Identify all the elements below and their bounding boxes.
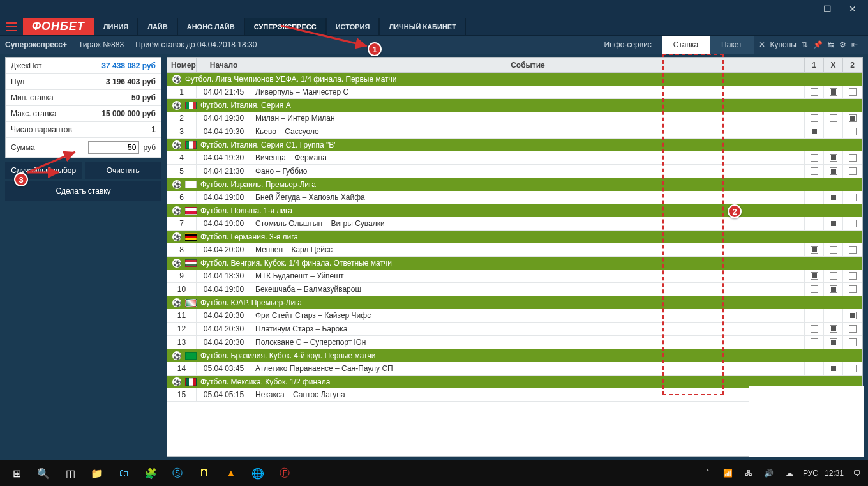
checkbox-x[interactable] xyxy=(830,88,837,96)
pick-cell-1[interactable] xyxy=(805,323,824,335)
menu-item-3[interactable]: СУПЕРЭКСПРЕСС xyxy=(244,18,326,35)
th-2[interactable]: 2 xyxy=(843,58,862,72)
taskview-icon[interactable]: ◫ xyxy=(57,460,83,486)
menu-item-4[interactable]: ИСТОРИЯ xyxy=(326,18,380,35)
checkbox-1[interactable] xyxy=(811,246,818,254)
checkbox-1[interactable] xyxy=(811,114,818,122)
pick-cell-x[interactable] xyxy=(824,283,843,296)
pick-cell-2[interactable] xyxy=(843,336,862,349)
menu-item-0[interactable]: ЛИНИЯ xyxy=(94,18,138,35)
pick-cell-2[interactable] xyxy=(843,243,862,256)
pick-cell-1[interactable] xyxy=(805,125,824,138)
checkbox-1[interactable] xyxy=(811,220,818,227)
pick-cell-2[interactable] xyxy=(843,86,862,98)
checkbox-2[interactable] xyxy=(849,114,857,122)
pick-cell-x[interactable] xyxy=(824,151,843,164)
checkbox-2[interactable] xyxy=(849,246,857,254)
checkbox-x[interactable] xyxy=(830,365,837,372)
checkbox-1[interactable] xyxy=(811,365,818,372)
pick-cell-1[interactable] xyxy=(805,151,824,164)
pick-cell-2[interactable] xyxy=(843,112,862,125)
pick-cell-1[interactable] xyxy=(805,165,824,178)
pick-cell-x[interactable] xyxy=(824,191,843,204)
pick-cell-x[interactable] xyxy=(824,309,843,322)
swap-icon[interactable]: ↹ xyxy=(828,40,834,49)
checkbox-2[interactable] xyxy=(849,325,857,333)
chrome-icon[interactable]: 🌐 xyxy=(245,460,271,486)
pick-cell-1[interactable] xyxy=(805,270,824,282)
pick-cell-2[interactable] xyxy=(843,125,862,138)
pick-cell-x[interactable] xyxy=(824,270,843,282)
start-button[interactable]: ⊞ xyxy=(4,460,29,486)
checkbox-2[interactable] xyxy=(849,220,857,227)
checkbox-x[interactable] xyxy=(830,312,837,319)
pick-cell-2[interactable] xyxy=(843,362,862,375)
app-icon-1[interactable]: 🗂 xyxy=(111,460,137,486)
pick-cell-2[interactable] xyxy=(843,151,862,164)
pick-cell-2[interactable] xyxy=(843,165,862,178)
random-pick-button[interactable]: Случайный выбор xyxy=(5,162,82,179)
checkbox-1[interactable] xyxy=(811,338,818,346)
checkbox-x[interactable] xyxy=(830,194,837,201)
pick-cell-x[interactable] xyxy=(824,125,843,138)
checkbox-x[interactable] xyxy=(830,246,837,254)
pick-cell-2[interactable] xyxy=(843,283,862,296)
pick-cell-2[interactable] xyxy=(843,191,862,204)
checkbox-x[interactable] xyxy=(830,167,837,175)
sort-icon[interactable]: ⇅ xyxy=(802,40,808,49)
pick-cell-x[interactable] xyxy=(824,243,843,256)
tray-up-icon[interactable]: ˄ xyxy=(701,469,715,478)
pin-icon[interactable]: 📌 xyxy=(813,40,823,49)
maximize-button[interactable]: ☐ xyxy=(814,3,840,15)
pick-cell-x[interactable] xyxy=(824,362,843,375)
menu-item-1[interactable]: ЛАЙВ xyxy=(138,18,177,35)
tray-cloud-icon[interactable]: ☁ xyxy=(782,469,797,478)
checkbox-2[interactable] xyxy=(849,312,857,319)
minimize-button[interactable]: — xyxy=(789,3,814,15)
checkbox-2[interactable] xyxy=(849,128,857,135)
checkbox-x[interactable] xyxy=(830,220,837,227)
pick-cell-2[interactable] xyxy=(843,270,862,282)
pick-cell-2[interactable] xyxy=(843,217,862,230)
fonbet-icon[interactable]: Ⓕ xyxy=(272,460,297,486)
tray-clock[interactable]: 12:31 xyxy=(825,469,844,478)
pick-cell-1[interactable] xyxy=(805,309,824,322)
checkbox-x[interactable] xyxy=(830,285,837,293)
checkbox-2[interactable] xyxy=(849,338,857,346)
checkbox-1[interactable] xyxy=(811,312,818,319)
app-icon-2[interactable]: 🧩 xyxy=(138,460,163,486)
hamburger-menu-button[interactable] xyxy=(0,18,23,35)
checkbox-2[interactable] xyxy=(849,272,857,280)
gear-icon[interactable]: ⚙ xyxy=(839,40,846,49)
pick-cell-1[interactable] xyxy=(805,191,824,204)
vlc-icon[interactable]: ▲ xyxy=(218,460,244,486)
search-icon[interactable]: 🔍 xyxy=(31,460,56,486)
tray-volume-icon[interactable]: 🔊 xyxy=(762,469,776,478)
pick-cell-x[interactable] xyxy=(824,323,843,335)
amount-input[interactable] xyxy=(88,141,139,154)
checkbox-2[interactable] xyxy=(849,285,857,293)
place-bet-button[interactable]: Сделать ставку xyxy=(5,181,161,201)
checkbox-2[interactable] xyxy=(849,167,857,175)
pick-cell-1[interactable] xyxy=(805,283,824,296)
checkbox-1[interactable] xyxy=(811,194,818,201)
pick-cell-1[interactable] xyxy=(805,112,824,125)
checkbox-x[interactable] xyxy=(830,128,837,135)
checkbox-2[interactable] xyxy=(849,365,857,372)
checkbox-1[interactable] xyxy=(811,88,818,96)
sub-tab-1[interactable]: Пакет xyxy=(710,36,753,54)
pick-cell-x[interactable] xyxy=(824,217,843,230)
checkbox-1[interactable] xyxy=(811,167,818,175)
explorer-icon[interactable]: 📁 xyxy=(84,460,110,486)
notepad-icon[interactable]: 🗒 xyxy=(191,460,217,486)
checkbox-x[interactable] xyxy=(830,114,837,122)
menu-item-5[interactable]: ЛИЧНЫЙ КАБИНЕТ xyxy=(379,18,466,35)
pick-cell-2[interactable] xyxy=(843,323,862,335)
tray-notifications-icon[interactable]: 🗨 xyxy=(850,469,864,478)
pick-cell-2[interactable] xyxy=(843,309,862,322)
th-1[interactable]: 1 xyxy=(805,58,824,72)
info-service-link[interactable]: Инфо-сервис xyxy=(594,40,662,49)
pick-cell-1[interactable] xyxy=(805,336,824,349)
close-button[interactable]: ✕ xyxy=(840,3,865,15)
pick-cell-1[interactable] xyxy=(805,86,824,98)
